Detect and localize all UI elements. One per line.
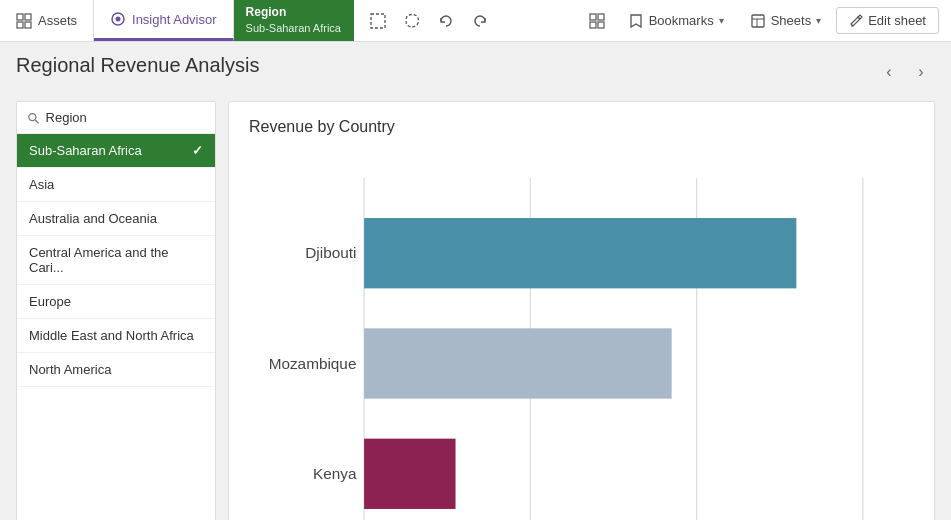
bookmarks-label: Bookmarks — [649, 13, 714, 28]
sheets-label: Sheets — [771, 13, 811, 28]
chart-container: 02M4M6MTotal RevenueDjiboutiMozambiqueKe… — [249, 152, 914, 520]
svg-rect-8 — [598, 14, 604, 20]
list-item[interactable]: Middle East and North Africa — [17, 319, 215, 353]
page-title: Regional Revenue Analysis — [16, 54, 260, 77]
svg-rect-1 — [25, 14, 31, 20]
toolbar-icons — [354, 5, 504, 37]
region-badge-label: Region — [246, 4, 342, 21]
svg-rect-6 — [371, 14, 385, 28]
list-item[interactable]: Sub-Saharan Africa✓ — [17, 134, 215, 168]
page-header-row: Regional Revenue Analysis ‹ › — [16, 54, 935, 89]
region-list: Sub-Saharan Africa✓AsiaAustralia and Oce… — [17, 134, 215, 387]
list-item[interactable]: Central America and the Cari... — [17, 236, 215, 285]
svg-text:Kenya: Kenya — [313, 465, 357, 482]
svg-rect-2 — [17, 22, 23, 28]
lasso-select-btn[interactable] — [396, 5, 428, 37]
svg-rect-10 — [598, 22, 604, 28]
grid-view-btn[interactable] — [581, 5, 613, 37]
list-item[interactable]: Australia and Oceania — [17, 202, 215, 236]
prev-page-btn[interactable]: ‹ — [875, 58, 903, 86]
bookmarks-btn[interactable]: Bookmarks ▾ — [617, 7, 735, 35]
top-bar: Assets Insight Advisor Region Sub-Sahara… — [0, 0, 951, 42]
bookmarks-chevron-icon: ▾ — [719, 15, 724, 26]
insight-advisor-tab[interactable]: Insight Advisor — [94, 0, 234, 41]
edit-sheet-label: Edit sheet — [868, 13, 926, 28]
region-badge-value: Sub-Saharan Africa — [246, 21, 342, 36]
svg-text:Mozambique: Mozambique — [269, 355, 357, 372]
rectangle-select-btn[interactable] — [362, 5, 394, 37]
svg-point-15 — [29, 113, 36, 120]
left-panel: Sub-Saharan Africa✓AsiaAustralia and Oce… — [16, 101, 216, 520]
next-page-btn[interactable]: › — [907, 58, 935, 86]
svg-rect-29 — [364, 328, 672, 398]
svg-rect-31 — [364, 439, 455, 509]
list-item[interactable]: Asia — [17, 168, 215, 202]
right-controls: Bookmarks ▾ Sheets ▾ Edit sheet — [581, 5, 951, 37]
page-nav-arrows: ‹ › — [875, 58, 935, 86]
svg-rect-7 — [590, 14, 596, 20]
assets-tab-label: Assets — [38, 13, 77, 28]
svg-rect-27 — [364, 218, 796, 288]
region-search-input[interactable] — [46, 110, 205, 125]
undo-btn[interactable] — [430, 5, 462, 37]
assets-tab[interactable]: Assets — [0, 0, 94, 41]
region-filter-badge[interactable]: Region Sub-Saharan Africa — [234, 0, 354, 41]
svg-line-16 — [35, 119, 38, 122]
redo-btn[interactable] — [464, 5, 496, 37]
insight-advisor-tab-label: Insight Advisor — [132, 12, 217, 27]
svg-text:Djibouti: Djibouti — [305, 244, 356, 261]
svg-rect-9 — [590, 22, 596, 28]
page-content: Regional Revenue Analysis ‹ › Sub-Sahara… — [0, 42, 951, 520]
assets-icon — [16, 13, 32, 29]
search-icon — [27, 111, 40, 125]
list-item[interactable]: North America — [17, 353, 215, 387]
edit-sheet-btn[interactable]: Edit sheet — [836, 7, 939, 34]
search-box[interactable] — [17, 102, 215, 134]
list-item[interactable]: Europe — [17, 285, 215, 319]
svg-rect-11 — [752, 15, 764, 27]
sheets-btn[interactable]: Sheets ▾ — [739, 7, 832, 35]
svg-point-5 — [116, 17, 121, 22]
top-bar-left: Assets Insight Advisor Region Sub-Sahara… — [0, 0, 354, 41]
sheets-chevron-icon: ▾ — [816, 15, 821, 26]
main-area: Sub-Saharan Africa✓AsiaAustralia and Oce… — [16, 101, 935, 520]
insight-advisor-icon — [110, 11, 126, 27]
chart-panel: Revenue by Country 02M4M6MTotal RevenueD… — [228, 101, 935, 520]
chart-title: Revenue by Country — [249, 118, 914, 136]
svg-rect-0 — [17, 14, 23, 20]
svg-rect-3 — [25, 22, 31, 28]
